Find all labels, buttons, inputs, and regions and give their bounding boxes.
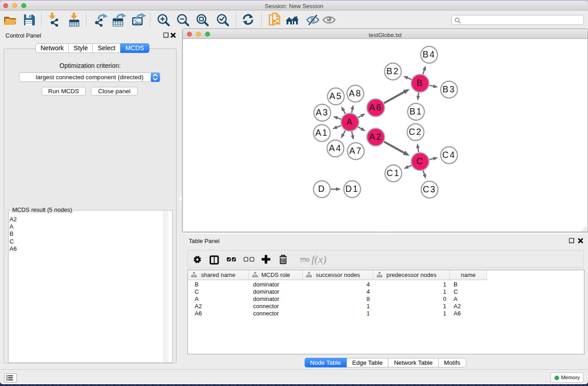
- svg-text:D: D: [318, 184, 326, 194]
- svg-text:C1: C1: [387, 168, 400, 178]
- svg-text:A3: A3: [316, 107, 329, 117]
- svg-text:B2: B2: [386, 66, 399, 76]
- svg-text:A2: A2: [369, 132, 382, 142]
- svg-text:A: A: [346, 117, 354, 127]
- svg-text:B4: B4: [422, 49, 435, 59]
- svg-text:B3: B3: [442, 84, 455, 94]
- svg-text:C3: C3: [423, 184, 436, 194]
- svg-text:A1: A1: [315, 128, 328, 138]
- svg-text:C4: C4: [442, 150, 456, 160]
- svg-text:C2: C2: [409, 127, 422, 137]
- svg-text:A5: A5: [329, 91, 342, 101]
- svg-text:A4: A4: [329, 143, 342, 153]
- svg-text:A8: A8: [349, 88, 362, 98]
- svg-text:D1: D1: [345, 184, 359, 194]
- svg-text:A6: A6: [369, 102, 382, 112]
- svg-text:B: B: [416, 78, 424, 88]
- svg-text:A7: A7: [349, 146, 362, 156]
- svg-text:C: C: [416, 156, 424, 166]
- svg-text:B1: B1: [409, 106, 422, 116]
